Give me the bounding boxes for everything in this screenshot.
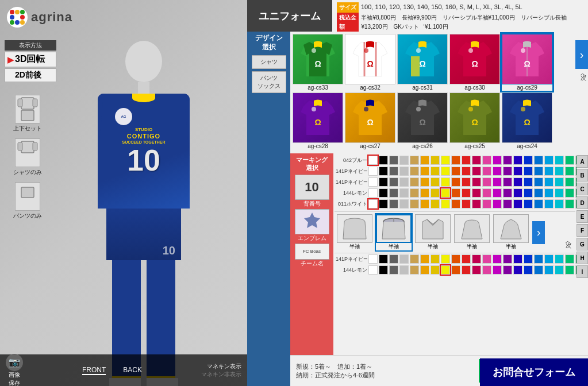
collar-swatch-0-15[interactable] bbox=[524, 254, 533, 264]
main-swatch-0-19[interactable] bbox=[565, 156, 574, 165]
main-swatch-3-4[interactable] bbox=[410, 188, 419, 198]
save-button[interactable]: 📷 画像保存 bbox=[6, 354, 23, 387]
main-swatch-0-3[interactable] bbox=[399, 156, 409, 165]
main-swatch-1-2[interactable] bbox=[389, 167, 398, 176]
main-swatch-3-14[interactable] bbox=[513, 188, 522, 198]
collar-swatch-1-3[interactable] bbox=[399, 265, 409, 275]
main-swatch-0-0[interactable] bbox=[368, 156, 378, 165]
main-swatch-3-0[interactable] bbox=[368, 188, 378, 198]
collar-swatch-0-5[interactable] bbox=[420, 254, 429, 264]
btn-shirt[interactable]: シャツ bbox=[252, 55, 286, 69]
collar-swatch-1-1[interactable] bbox=[379, 265, 388, 275]
collar-swatch-1-2[interactable] bbox=[389, 265, 398, 275]
main-swatch-1-17[interactable] bbox=[544, 167, 554, 176]
main-swatch-3-12[interactable] bbox=[493, 188, 502, 198]
collar-swatch-1-8[interactable] bbox=[451, 265, 460, 275]
collar-swatch-1-11[interactable] bbox=[482, 265, 491, 275]
main-swatch-2-5[interactable] bbox=[420, 177, 429, 187]
main-swatch-4-0[interactable] bbox=[368, 199, 378, 209]
main-swatch-3-9[interactable] bbox=[462, 188, 471, 198]
main-swatch-4-11[interactable] bbox=[482, 199, 491, 209]
main-swatch-4-10[interactable] bbox=[472, 199, 481, 209]
main-swatch-3-5[interactable] bbox=[420, 188, 429, 198]
main-swatch-2-0[interactable] bbox=[368, 177, 378, 187]
main-swatch-4-14[interactable] bbox=[513, 199, 522, 209]
main-swatch-2-14[interactable] bbox=[513, 177, 522, 187]
main-swatch-0-2[interactable] bbox=[389, 156, 398, 165]
mannequin-toggle[interactable]: マネキン表示 マネキン非表示 bbox=[201, 362, 241, 379]
main-swatch-1-15[interactable] bbox=[524, 167, 533, 176]
letter-btn-D[interactable]: D bbox=[577, 196, 588, 209]
main-swatch-3-6[interactable] bbox=[431, 188, 440, 198]
main-swatch-0-5[interactable] bbox=[420, 156, 429, 165]
collar-swatch-1-15[interactable] bbox=[524, 265, 533, 275]
jersey-ag-cs31[interactable]: Ω ag-cs31 bbox=[397, 34, 448, 91]
collar-swatch-0-6[interactable] bbox=[431, 254, 440, 264]
collar-swatch-1-13[interactable] bbox=[503, 265, 512, 275]
main-swatch-4-9[interactable] bbox=[462, 199, 471, 209]
collar-swatch-0-19[interactable] bbox=[565, 254, 574, 264]
inquiry-btn[interactable]: お問合せフォーム bbox=[480, 358, 588, 386]
set-pants-only[interactable]: パンツのみ bbox=[5, 182, 51, 220]
collar-swatch-0-12[interactable] bbox=[493, 254, 502, 264]
main-swatch-2-4[interactable] bbox=[410, 177, 419, 187]
main-swatch-1-6[interactable] bbox=[431, 167, 440, 176]
main-swatch-1-11[interactable] bbox=[482, 167, 491, 176]
main-swatch-2-7[interactable] bbox=[441, 177, 450, 187]
main-swatch-2-12[interactable] bbox=[493, 177, 502, 187]
main-swatch-2-10[interactable] bbox=[472, 177, 481, 187]
jersey-ag-cs27[interactable]: Ω ag-cs27 bbox=[345, 92, 395, 149]
main-swatch-0-13[interactable] bbox=[503, 156, 512, 165]
main-swatch-0-14[interactable] bbox=[513, 156, 522, 165]
next-collar-btn[interactable]: › bbox=[532, 221, 545, 244]
btn-2d[interactable]: ▶ 2D前後 bbox=[5, 68, 56, 82]
main-swatch-2-11[interactable] bbox=[482, 177, 491, 187]
collar-swatch-0-7[interactable] bbox=[441, 254, 450, 264]
main-swatch-2-15[interactable] bbox=[524, 177, 533, 187]
letter-btn-G[interactable]: G bbox=[577, 238, 588, 250]
main-swatch-2-17[interactable] bbox=[544, 177, 554, 187]
collar-swatch-1-9[interactable] bbox=[462, 265, 471, 275]
main-swatch-3-11[interactable] bbox=[482, 188, 491, 198]
main-swatch-4-5[interactable] bbox=[420, 199, 429, 209]
marking-number-item[interactable]: 10 背番号 bbox=[295, 175, 329, 208]
collar-swatch-0-16[interactable] bbox=[534, 254, 543, 264]
main-swatch-2-19[interactable] bbox=[565, 177, 574, 187]
main-swatch-4-16[interactable] bbox=[534, 199, 543, 209]
main-swatch-1-3[interactable] bbox=[399, 167, 409, 176]
collar-swatch-1-5[interactable] bbox=[420, 265, 429, 275]
main-swatch-3-17[interactable] bbox=[544, 188, 554, 198]
collar-swatch-0-1[interactable] bbox=[379, 254, 388, 264]
main-swatch-0-4[interactable] bbox=[410, 156, 419, 165]
main-swatch-0-6[interactable] bbox=[431, 156, 440, 165]
main-swatch-0-7[interactable] bbox=[441, 156, 450, 165]
main-swatch-4-19[interactable] bbox=[565, 199, 574, 209]
main-swatch-2-1[interactable] bbox=[379, 177, 388, 187]
collar-swatch-1-16[interactable] bbox=[534, 265, 543, 275]
main-swatch-2-3[interactable] bbox=[399, 177, 409, 187]
collar-1[interactable]: 半袖 bbox=[337, 214, 372, 250]
main-swatch-1-18[interactable] bbox=[555, 167, 564, 176]
letter-btn-I[interactable]: I bbox=[577, 265, 588, 278]
main-swatch-0-11[interactable] bbox=[482, 156, 491, 165]
collar-swatch-1-7[interactable] bbox=[441, 265, 450, 275]
main-swatch-4-15[interactable] bbox=[524, 199, 533, 209]
main-swatch-2-18[interactable] bbox=[555, 177, 564, 187]
set-shirt-only[interactable]: シャツのみ bbox=[5, 138, 51, 176]
main-swatch-1-4[interactable] bbox=[410, 167, 419, 176]
collar-swatch-1-4[interactable] bbox=[410, 265, 419, 275]
jersey-ag-cs33[interactable]: Ω ag-cs33 bbox=[293, 34, 343, 91]
main-swatch-4-18[interactable] bbox=[555, 199, 564, 209]
main-swatch-3-13[interactable] bbox=[503, 188, 512, 198]
marking-team-item[interactable]: FC Boas チーム名 bbox=[295, 244, 329, 268]
main-swatch-3-18[interactable] bbox=[555, 188, 564, 198]
main-swatch-1-13[interactable] bbox=[503, 167, 512, 176]
collar-5[interactable]: 半袖 bbox=[493, 214, 529, 250]
main-swatch-3-19[interactable] bbox=[565, 188, 574, 198]
main-swatch-0-17[interactable] bbox=[544, 156, 554, 165]
jersey-ag-cs32[interactable]: Ω ag-cs32 bbox=[345, 34, 395, 91]
collar-swatch-0-11[interactable] bbox=[482, 254, 491, 264]
main-swatch-3-1[interactable] bbox=[379, 188, 388, 198]
main-swatch-4-2[interactable] bbox=[389, 199, 398, 209]
main-swatch-0-10[interactable] bbox=[472, 156, 481, 165]
